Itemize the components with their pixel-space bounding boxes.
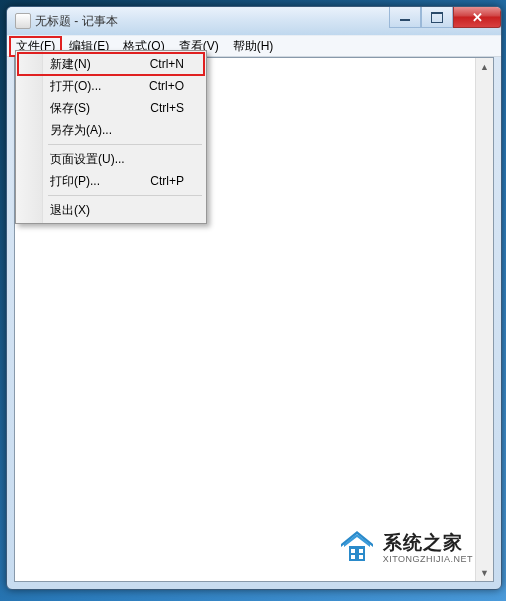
menu-item-save[interactable]: 保存(S) Ctrl+S — [18, 97, 204, 119]
menu-item-new[interactable]: 新建(N) Ctrl+N — [18, 53, 204, 75]
file-menu-dropdown: 新建(N) Ctrl+N 打开(O)... Ctrl+O 保存(S) Ctrl+… — [15, 50, 207, 224]
menu-item-label: 新建(N) — [50, 56, 91, 73]
minimize-button[interactable] — [389, 7, 421, 28]
menu-item-label: 打印(P)... — [50, 173, 100, 190]
watermark-cn: 系统之家 — [383, 530, 473, 556]
app-icon — [15, 13, 31, 29]
close-button[interactable]: ✕ — [453, 7, 501, 28]
watermark-en: XITONGZHIJIA.NET — [383, 554, 473, 564]
svg-rect-3 — [351, 555, 355, 559]
scroll-up-icon[interactable]: ▲ — [476, 58, 493, 75]
svg-rect-4 — [359, 555, 363, 559]
menu-separator — [48, 144, 202, 145]
menu-item-exit[interactable]: 退出(X) — [18, 199, 204, 221]
menu-item-shortcut: Ctrl+S — [150, 101, 184, 115]
title-bar[interactable]: 无标题 - 记事本 ✕ — [7, 7, 501, 35]
menu-item-pagesetup[interactable]: 页面设置(U)... — [18, 148, 204, 170]
menu-item-saveas[interactable]: 另存为(A)... — [18, 119, 204, 141]
watermark: 系统之家 XITONGZHIJIA.NET — [337, 529, 473, 565]
menu-item-open[interactable]: 打开(O)... Ctrl+O — [18, 75, 204, 97]
vertical-scrollbar[interactable]: ▲ ▼ — [475, 58, 493, 581]
menu-item-shortcut: Ctrl+P — [150, 174, 184, 188]
menu-item-label: 页面设置(U)... — [50, 151, 125, 168]
menu-item-label: 打开(O)... — [50, 78, 101, 95]
house-icon — [337, 529, 377, 565]
menu-help[interactable]: 帮助(H) — [226, 36, 281, 57]
menu-item-label: 保存(S) — [50, 100, 90, 117]
window-controls: ✕ — [389, 7, 501, 27]
window-title: 无标题 - 记事本 — [35, 13, 118, 30]
menu-item-shortcut: Ctrl+O — [149, 79, 184, 93]
scroll-down-icon[interactable]: ▼ — [476, 564, 493, 581]
menu-item-label: 退出(X) — [50, 202, 90, 219]
maximize-button[interactable] — [421, 7, 453, 28]
watermark-text: 系统之家 XITONGZHIJIA.NET — [383, 530, 473, 564]
menu-item-label: 另存为(A)... — [50, 122, 112, 139]
menu-separator — [48, 195, 202, 196]
menu-item-shortcut: Ctrl+N — [150, 57, 184, 71]
svg-rect-1 — [351, 549, 355, 553]
menu-item-print[interactable]: 打印(P)... Ctrl+P — [18, 170, 204, 192]
svg-rect-2 — [359, 549, 363, 553]
